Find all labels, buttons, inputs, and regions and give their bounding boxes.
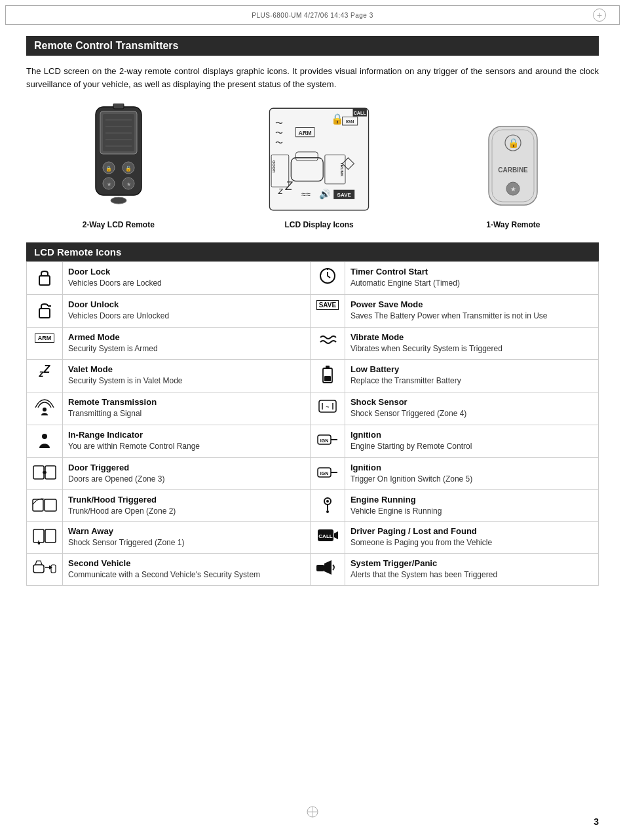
main-content: Remote Control Transmitters The LCD scre… [26,36,599,586]
icon-arm: ARM [27,328,63,360]
crosshair-mark [593,9,606,22]
svg-text:IGN: IGN [346,119,354,124]
table-row: ARM Armed Mode Security System is Armed … [27,328,599,360]
icon-ign1: IGN [310,425,345,457]
table-row: Door Lock Vehicles Doors are Locked Time… [27,262,599,295]
svg-text:HOOD: HOOD [271,160,276,172]
svg-text:~: ~ [326,404,329,410]
icon-doortrig [27,457,63,489]
text-save: Power Save Mode Saves The Battery Power … [345,295,598,328]
svg-text:IGN: IGN [320,438,328,443]
svg-text:🔒: 🔒 [331,113,344,125]
svg-text:Z: Z [285,180,294,193]
icon-valet: zZ [27,359,63,392]
remote-2way-image: 🔒 🔓 ★ ★ [86,104,151,215]
svg-text:ARM: ARM [299,130,312,136]
icon-shock: ~ [310,392,345,425]
icon-call: CALL [310,522,345,554]
page-header-text: PLUS-6800-UM 4/27/06 14:43 Page 3 [252,12,373,19]
text-vibrate: Vibrate Mode Vibrates when Security Syst… [345,328,598,360]
svg-text:★: ★ [126,181,130,187]
text-arm: Armed Mode Security System is Armed [63,328,311,360]
table-row: Door Unlock Vehicles Doors are Unlocked … [27,295,599,328]
svg-text:🔓: 🔓 [125,165,132,172]
svg-text:🔒: 🔒 [105,165,112,172]
svg-text:🔊: 🔊 [319,188,331,200]
table-row: Trunk/Hood Triggered Trunk/Hood are Open… [27,489,599,522]
icons-table: Door Lock Vehicles Doors are Locked Time… [26,261,599,586]
remote-2way-label: 2-Way LCD Remote [83,220,155,229]
svg-rect-49 [39,276,50,285]
icon-inrange [27,425,63,457]
icon-transmit [27,392,63,425]
icon-lowbatt [310,359,345,392]
icon-unlock [27,295,63,328]
svg-rect-80 [45,529,56,543]
intro-paragraph: The LCD screen on the 2-way remote contr… [26,65,599,90]
icon-timer [310,262,345,295]
page-number: 3 [594,816,599,827]
svg-text:z: z [278,185,284,196]
icon-panic [310,554,345,586]
svg-text:★: ★ [106,181,111,187]
svg-rect-16 [113,104,124,109]
lcd-icons-title: LCD Remote Icons [26,242,599,261]
icon-warn [27,522,63,554]
remote-lcd-image: 〜 〜 〜 ARM 🔒 IGN CALL HOOD T [267,104,371,215]
svg-text:IGN: IGN [320,471,328,476]
icon-save: SAVE [310,295,345,328]
svg-rect-52 [39,309,50,318]
remote-2way-item: 🔒 🔓 ★ ★ 2-Way LCD Remote [83,104,155,229]
remote-1way-item: 🔒 CARBINE ★ 1-Way Remote [483,123,542,229]
svg-text:〜: 〜 [275,128,283,138]
svg-point-57 [43,408,47,411]
svg-text:SAVE: SAVE [337,192,352,198]
icon-second [27,554,63,586]
svg-rect-74 [45,499,56,511]
text-transmit: Remote Transmission Transmitting a Signa… [63,392,311,425]
icon-vibrate [310,328,345,360]
svg-rect-67 [45,466,56,479]
table-row: Warn Away Shock Sensor Triggered (Zone 1… [27,522,599,554]
section-title: Remote Control Transmitters [26,36,599,56]
svg-point-78 [326,500,329,503]
text-engine: Engine Running Vehicle Engine is Running [345,489,598,522]
svg-text:★: ★ [510,185,516,193]
text-lock: Door Lock Vehicles Doors are Locked [63,262,311,295]
svg-text:≈≈: ≈≈ [301,190,311,199]
svg-rect-87 [316,565,324,571]
text-inrange: In-Range Indicator You are within Remote… [63,425,311,457]
svg-text:CARBINE: CARBINE [499,166,529,174]
bottom-crosshair [306,805,319,820]
svg-text:CALL: CALL [318,533,332,539]
text-unlock: Door Unlock Vehicles Doors are Unlocked [63,295,311,328]
svg-point-17 [111,197,126,204]
text-doortrig: Door Triggered Doors are Opened (Zone 3) [63,457,311,489]
svg-rect-56 [324,376,331,381]
text-second: Second Vehicle Communicate with a Second… [63,554,311,586]
table-row: Door Triggered Doors are Opened (Zone 3)… [27,457,599,489]
text-trunk: Trunk/Hood Triggered Trunk/Hood are Open… [63,489,311,522]
svg-rect-73 [33,499,43,511]
page-header: PLUS-6800-UM 4/27/06 14:43 Page 3 [5,5,620,25]
text-valet: Valet Mode Security System is in Valet M… [63,359,311,392]
remotes-row: 🔒 🔓 ★ ★ 2-Way LCD Remote 〜 [26,104,599,229]
icon-engine [310,489,345,522]
text-call: Driver Paging / Lost and Found Someone i… [345,522,598,554]
remote-1way-image: 🔒 CARBINE ★ [483,123,542,215]
remote-lcd-item: 〜 〜 〜 ARM 🔒 IGN CALL HOOD T [267,104,371,229]
remote-1way-label: 1-Way Remote [486,220,540,229]
text-ign2: Ignition Trigger On Ignition Switch (Zon… [345,457,598,489]
icon-lock [27,262,63,295]
table-row: In-Range Indicator You are within Remote… [27,425,599,457]
svg-rect-84 [33,565,44,573]
svg-rect-66 [33,466,44,479]
remote-lcd-label: LCD Display Icons [284,220,353,229]
svg-text:〜: 〜 [275,119,283,128]
text-lowbatt: Low Battery Replace the Transmitter Batt… [345,359,598,392]
text-warn: Warn Away Shock Sensor Triggered (Zone 1… [63,522,311,554]
svg-rect-55 [326,366,330,369]
svg-point-77 [326,510,329,513]
svg-text:🔒: 🔒 [508,138,520,149]
table-row: Remote Transmission Transmitting a Signa… [27,392,599,425]
